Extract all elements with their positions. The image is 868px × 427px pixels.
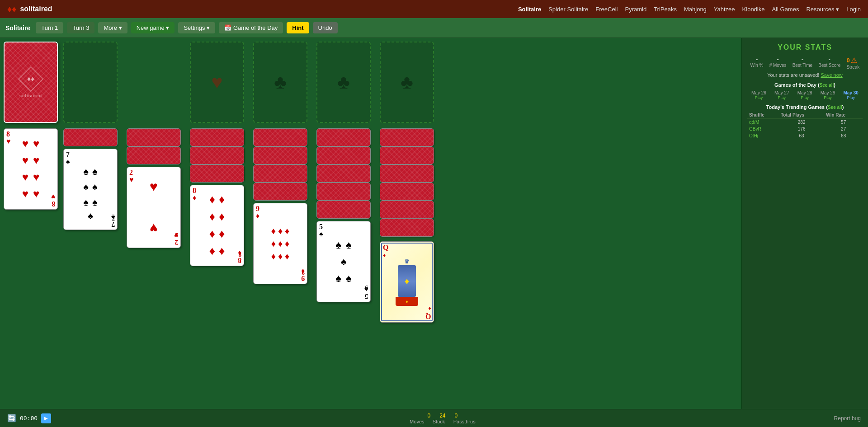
nav-klondike[interactable]: Klondike <box>742 6 765 13</box>
stat-best-time-label: Best Time <box>793 63 812 68</box>
new-game-button[interactable]: New game ▾ <box>131 22 175 33</box>
foundation-2[interactable]: ♣ <box>253 42 307 123</box>
tableau-col7-card3-back <box>380 164 434 183</box>
tableau-col5-card2-back <box>253 146 307 164</box>
nav-all-games[interactable]: All Games <box>772 6 799 13</box>
top-navigation: ♦♦ solitaired Solitaire Spider Solitaire… <box>0 0 868 18</box>
play-pause-button[interactable]: ▶ <box>41 413 51 423</box>
tableau-col7-card7[interactable]: Q♦ Q♦ ♛ ♦ ♦ <box>380 241 434 323</box>
tableau-col4-card3-back <box>190 164 244 183</box>
stat-best-time: - Best Time <box>793 56 812 70</box>
settings-button[interactable]: Settings ▾ <box>178 22 215 33</box>
more-button[interactable]: More ▾ <box>98 22 127 33</box>
tableau-col3-card3[interactable]: 2♥ ♥ ♥ 2♥ 7 <box>127 167 181 248</box>
timer-area: 🔄 00:00 ▶ <box>7 413 51 423</box>
game-stats-values: 0 24 0 <box>410 413 476 419</box>
trending-header-shuffle: Shuffle <box>747 112 779 119</box>
gotd-dates: May 26 Play May 27 Play May 28 Play May … <box>747 90 863 100</box>
tableau-col6-card5-back <box>316 201 371 219</box>
nav-freecell[interactable]: FreeCell <box>595 6 618 13</box>
login-button[interactable]: Login <box>846 6 861 13</box>
tableau-col7-card2-back <box>380 146 434 164</box>
tableau-col7-card1-back <box>380 128 434 146</box>
tableau-col1-card1[interactable]: 8♥ ♥♥ ♥♥ ♥♥ ♥♥ 8♥ <box>4 128 58 210</box>
nav-resources[interactable]: Resources ▾ <box>806 6 839 13</box>
tableau-col4-card4[interactable]: 8♦ ♦♦ ♦♦ ♦♦ ♦♦ 8♦ 8 <box>190 185 244 266</box>
tableau-col6-card2-back <box>316 146 371 164</box>
gotd-date-may30[interactable]: May 30 Play <box>844 90 859 100</box>
foundation-2-suit: ♣ <box>274 71 287 93</box>
foundation-1-suit: ♥ <box>212 71 223 93</box>
moves-label: Moves <box>410 419 424 424</box>
gotd-date-may28[interactable]: May 28 Play <box>797 90 812 100</box>
tableau-col5-card3-back <box>253 164 307 183</box>
nav-mahjong[interactable]: Mahjong <box>684 6 707 13</box>
trending-shuffle-2[interactable]: GBvR <box>747 126 779 132</box>
streak-warning-icon: ⚠ <box>851 56 857 65</box>
stock-pile[interactable]: ♦♦ solitaired <box>4 42 58 123</box>
trending-header-winrate: Win Rate <box>824 112 863 119</box>
trending-see-all-link[interactable]: See all <box>828 105 842 110</box>
foundation-3[interactable]: ♣ <box>316 42 371 123</box>
logo[interactable]: ♦♦ solitaired <box>7 4 52 14</box>
bottom-bar: 🔄 00:00 ▶ 0 24 0 Moves Stock Passthrus R… <box>0 409 868 427</box>
calendar-icon: 📅 <box>224 24 231 31</box>
nav-solitaire[interactable]: Solitaire <box>518 6 541 13</box>
gotd-date-may29[interactable]: May 29 Play <box>821 90 835 100</box>
tableau-col5-card5[interactable]: 9♦ ♦♦♦ ♦♦♦ ♦♦♦ 9♦ 6 <box>253 203 307 284</box>
foundation-1[interactable]: ♥ <box>190 42 244 123</box>
undo-button[interactable]: Undo <box>313 22 338 33</box>
timer-icon[interactable]: 🔄 <box>7 414 16 422</box>
trending-header-plays: Total Plays <box>779 112 824 119</box>
tableau-col3-card1-back <box>127 128 181 146</box>
stats-panel: YOUR STATS - Win % - # Moves - Best Time… <box>741 38 868 409</box>
stats-row: - Win % - # Moves - Best Time - Best Sco… <box>747 56 863 70</box>
logo-icon: ♦♦ <box>7 4 16 14</box>
turn1-button[interactable]: Turn 1 <box>36 22 63 33</box>
stats-title: YOUR STATS <box>747 43 863 52</box>
stat-best-time-value: - <box>793 56 812 63</box>
tableau-col4-card2-back <box>190 146 244 164</box>
gotd-date-may26[interactable]: May 26 Play <box>751 90 766 100</box>
foundation-4[interactable]: ♣ <box>380 42 434 123</box>
trending-winrate-1: 57 <box>824 119 863 126</box>
gotd-title: Games of the Day (See all) <box>747 82 863 88</box>
report-bug-link[interactable]: Report bug <box>834 415 861 422</box>
tableau-col2-card1-back <box>63 128 118 146</box>
timer-display: 00:00 <box>20 415 38 422</box>
stock-value: 24 <box>439 413 445 419</box>
trending-winrate-2: 27 <box>824 126 863 132</box>
gotd-date-may27[interactable]: May 27 Play <box>774 90 789 100</box>
passthrus-label: Passthrus <box>453 419 476 424</box>
stat-streak-value: 0 <box>846 57 849 64</box>
trending-shuffle-3[interactable]: OtHj <box>747 132 779 139</box>
nav-spider[interactable]: Spider Solitaire <box>548 6 588 13</box>
game-title-label: Solitaire <box>5 24 30 32</box>
tableau-col6-card6[interactable]: 5♠ ♠♠ ♠ ♠♠ 5♠ 6 <box>316 221 371 302</box>
stat-win-pct-label: Win % <box>750 63 764 68</box>
hint-button[interactable]: Hint <box>287 22 309 33</box>
turn3-button[interactable]: Turn 3 <box>67 22 94 33</box>
stat-best-score: - Best Score <box>818 56 840 70</box>
nav-links: Solitaire Spider Solitaire FreeCell Pyra… <box>518 6 861 13</box>
gotd-see-all-link[interactable]: See all <box>820 83 834 88</box>
tableau-col6-card1-back <box>316 128 371 146</box>
tableau-col2-card2[interactable]: 7♠ ♠♠ ♠♠ ♠♠ ♠ 7♠ 2 <box>63 149 118 230</box>
stat-moves: - # Moves <box>769 56 787 70</box>
trending-plays-1: 282 <box>779 119 824 126</box>
foundation-3-suit: ♣ <box>337 71 350 93</box>
tableau-col6-card4-back <box>316 183 371 201</box>
nav-tripeaks[interactable]: TriPeaks <box>654 6 677 13</box>
save-now-link[interactable]: Save now <box>821 72 842 78</box>
trending-plays-3: 63 <box>779 132 824 139</box>
trending-shuffle-1[interactable]: qd/M <box>747 119 779 126</box>
tableau-col6-card3-back <box>316 164 371 183</box>
gotd-button[interactable]: 📅 Game of the Day <box>219 22 283 33</box>
game-area: ♦♦ solitaired ♥ ♣ ♣ ♣ 8♥ <box>0 38 741 409</box>
nav-pyramid[interactable]: Pyramid <box>625 6 646 13</box>
trending-table: Shuffle Total Plays Win Rate qd/M 282 57… <box>747 112 863 139</box>
tableau-col7-card6-back <box>380 219 434 237</box>
nav-yahtzee[interactable]: Yahtzee <box>714 6 735 13</box>
main-content: ♦♦ solitaired ♥ ♣ ♣ ♣ 8♥ <box>0 38 868 409</box>
tableau-col3-card2-back <box>127 146 181 164</box>
